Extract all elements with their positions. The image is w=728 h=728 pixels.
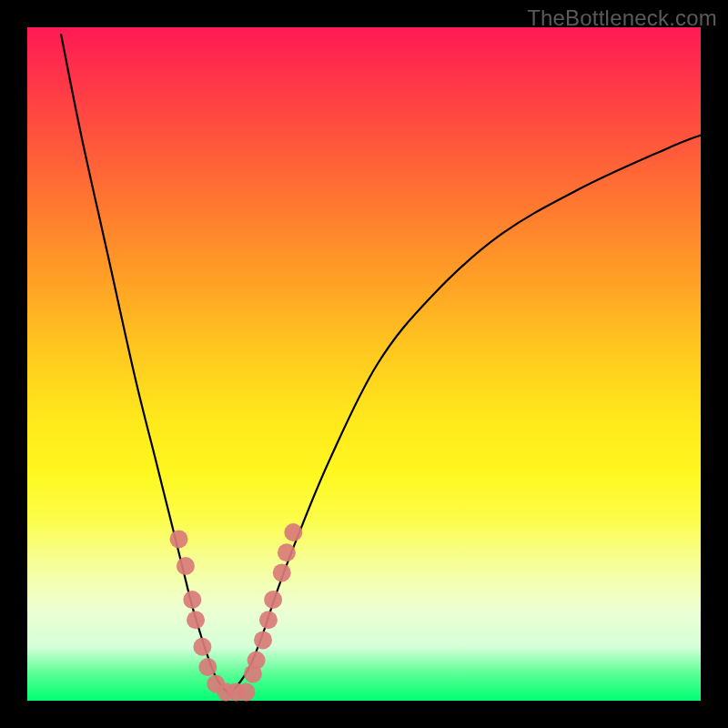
right-curve xyxy=(229,135,701,693)
data-point xyxy=(177,557,195,575)
data-point xyxy=(264,591,282,609)
data-point xyxy=(238,682,256,701)
data-point xyxy=(170,530,188,548)
data-point xyxy=(183,591,201,609)
watermark-label: TheBottleneck.com xyxy=(527,5,717,31)
data-point xyxy=(248,652,266,670)
data-point xyxy=(278,543,296,561)
data-markers xyxy=(170,523,303,701)
data-point xyxy=(273,563,291,581)
data-point xyxy=(259,611,278,629)
data-point xyxy=(187,611,205,629)
data-point xyxy=(198,658,217,676)
data-point xyxy=(254,631,272,649)
data-point xyxy=(284,523,302,541)
data-point xyxy=(193,638,211,656)
chart-area xyxy=(27,27,701,701)
chart-svg xyxy=(27,27,701,701)
left-curve xyxy=(61,34,229,693)
